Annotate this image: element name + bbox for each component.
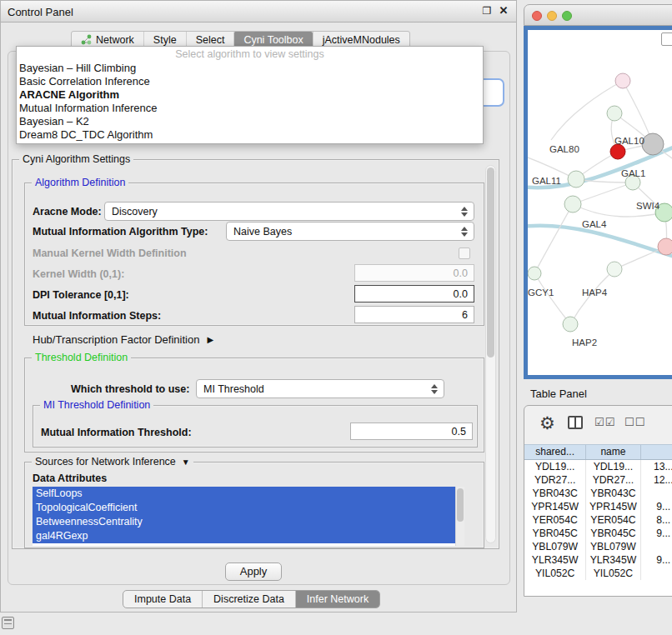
settings-group-title: Cyni Algorithm Settings xyxy=(19,153,133,165)
node-label: GAL10 xyxy=(614,136,644,146)
attribute-item[interactable]: gal4RGexp xyxy=(33,529,464,543)
column-header-name[interactable]: name xyxy=(586,445,640,459)
cell: 9... xyxy=(641,500,672,513)
table-row[interactable]: YBR045C YBR045C 9... xyxy=(524,527,672,540)
algorithm-dropdown-popup: Select algorithm to view settings Bayesi… xyxy=(16,46,484,144)
control-panel-titlebar[interactable]: Control Panel ❐ ✕ xyxy=(1,1,516,22)
dropdown-item[interactable]: Bayesian – K2 xyxy=(17,115,483,128)
node-gcy1[interactable] xyxy=(528,267,541,280)
cell: YDL19... xyxy=(524,460,586,473)
network-canvas[interactable]: GAL80 GAL10 GAL11 GAL1 SWI4 GAL4 GCY1 HA… xyxy=(524,26,672,379)
gear-icon[interactable]: ⚙ xyxy=(539,413,555,433)
aracne-mode-select[interactable]: Discovery xyxy=(104,202,474,221)
settings-scrollbar-thumb[interactable] xyxy=(487,168,494,358)
table-row[interactable]: YIL052C YIL052C xyxy=(524,567,672,580)
cell: 13... xyxy=(641,460,672,473)
select-all-checkboxes-icon[interactable]: ☑☑ xyxy=(594,416,615,428)
combo-arrows-icon xyxy=(431,384,438,394)
collapse-arrow-icon[interactable]: ▶ xyxy=(207,335,213,344)
cell: YBR045C xyxy=(524,527,586,540)
mi-type-select[interactable]: Naive Bayes xyxy=(226,222,474,241)
node-gal4[interactable] xyxy=(564,196,581,212)
table-row[interactable]: YBR043C YBR043C xyxy=(524,487,672,500)
close-icon[interactable]: ✕ xyxy=(497,4,510,18)
cell: YLR345W xyxy=(524,553,586,567)
dropdown-item-selected[interactable]: ARACNE Algorithm xyxy=(17,88,483,102)
attribute-item[interactable]: TopologicalCoefficient xyxy=(33,501,464,515)
dpi-tolerance-value: 0.0 xyxy=(454,288,468,300)
dropdown-item[interactable]: Basic Correlation Inference xyxy=(17,75,483,88)
hub-definition-section[interactable]: Hub/Transcription Factor Definition ▶ xyxy=(33,333,213,346)
cell: YLR345W xyxy=(586,553,640,567)
table-row[interactable]: YDL19... YDL19... 13... xyxy=(524,460,672,473)
expand-arrow-icon[interactable]: ▼ xyxy=(182,458,190,467)
sources-group-title[interactable]: Sources for Network Inference ▼ xyxy=(32,456,193,468)
cell: YDL19... xyxy=(586,460,640,473)
tab-discretize-data[interactable]: Discretize Data xyxy=(202,591,295,608)
mi-threshold-label: Mutual Information Threshold: xyxy=(41,427,192,438)
deselect-checkboxes-icon[interactable]: ☐☐ xyxy=(624,416,645,428)
network-view-window: GAL80 GAL10 GAL11 GAL1 SWI4 GAL4 GCY1 HA… xyxy=(524,4,672,379)
tab-infer-network[interactable]: Infer Network xyxy=(295,591,379,608)
kernel-width-input[interactable]: 0.0 xyxy=(354,264,474,282)
kernel-width-value: 0.0 xyxy=(454,268,468,279)
cell: YER054C xyxy=(586,513,640,527)
which-threshold-select[interactable]: MI Threshold xyxy=(196,379,444,398)
node-hap2[interactable] xyxy=(563,317,578,332)
zoom-traffic-light[interactable] xyxy=(562,11,572,21)
attribute-list-scrollbar[interactable] xyxy=(455,487,464,546)
cell: YBL079W xyxy=(586,540,640,553)
columns-icon[interactable] xyxy=(568,416,583,429)
mi-steps-input[interactable]: 6 xyxy=(354,306,474,323)
close-traffic-light[interactable] xyxy=(532,11,542,21)
manual-kernel-checkbox[interactable] xyxy=(459,248,470,259)
node-red[interactable] xyxy=(610,144,625,159)
table-row[interactable]: YER054C YER054C 8... xyxy=(524,513,672,527)
attribute-item[interactable]: SelfLoops xyxy=(33,487,464,501)
mi-threshold-group-title: MI Threshold Definition xyxy=(40,399,153,411)
dpi-tolerance-input[interactable]: 0.0 xyxy=(354,285,474,302)
column-header-clipped[interactable] xyxy=(641,445,672,459)
which-threshold-label: Which threshold to use: xyxy=(71,383,189,395)
mi-threshold-input[interactable]: 0.5 xyxy=(350,422,473,440)
settings-scrollbar[interactable] xyxy=(485,165,496,543)
control-panel-title: Control Panel xyxy=(8,6,73,18)
cell: YDR27... xyxy=(524,473,586,487)
attribute-item[interactable]: BetweennessCentrality xyxy=(33,515,464,529)
node-pale[interactable] xyxy=(607,262,622,277)
collapsed-panel-icon[interactable] xyxy=(2,617,14,629)
dropdown-item[interactable]: Mutual Information Inference xyxy=(17,102,483,115)
node-gal11[interactable] xyxy=(568,171,584,188)
table-body: YDL19... YDL19... 13... YDR27... YDR27..… xyxy=(524,460,672,596)
node-pink-right[interactable] xyxy=(658,238,672,255)
table-row[interactable]: YLR345W YLR345W 9... xyxy=(524,553,672,567)
cell: YIL052C xyxy=(524,567,586,580)
restore-icon[interactable]: ❐ xyxy=(480,4,494,18)
dropdown-item[interactable]: Bayesian – Hill Climbing xyxy=(17,62,483,75)
table-panel-title: Table Panel xyxy=(530,388,587,400)
tab-impute-data[interactable]: Impute Data xyxy=(123,591,202,608)
table-row[interactable]: YPR145W YPR145W 9... xyxy=(524,500,672,513)
dropdown-placeholder[interactable]: Select algorithm to view settings xyxy=(17,48,483,62)
network-window-titlebar[interactable] xyxy=(524,4,672,26)
minimize-traffic-light[interactable] xyxy=(547,11,557,21)
bottom-tabs: Impute Data Discretize Data Infer Networ… xyxy=(123,590,380,608)
dropdown-item[interactable]: Dream8 DC_TDC Algorithm xyxy=(17,128,483,142)
apply-button[interactable]: Apply xyxy=(225,562,282,581)
table-row[interactable]: YDR27... YDR27... 12... xyxy=(524,473,672,487)
node-label: HAP2 xyxy=(572,338,597,348)
node-gray-large[interactable] xyxy=(642,133,664,155)
node-green[interactable] xyxy=(607,106,622,121)
table-row[interactable]: YBL079W YBL079W xyxy=(524,540,672,553)
cell: 12... xyxy=(641,473,672,487)
control-panel-window: Control Panel ❐ ✕ Network Style Select xyxy=(0,0,517,612)
column-header-shared-name[interactable]: shared... xyxy=(524,445,586,459)
hub-definition-label: Hub/Transcription Factor Definition xyxy=(33,333,199,346)
cell: 9... xyxy=(641,553,672,567)
tab-jactivemnodules-label: jActiveMNodules xyxy=(323,34,400,46)
tab-cyni-toolbox-label: Cyni Toolbox xyxy=(243,34,303,46)
attribute-list-scrollbar-thumb[interactable] xyxy=(457,488,464,522)
cell xyxy=(641,567,672,580)
birdseye-view-box[interactable] xyxy=(661,32,672,46)
node-pink[interactable] xyxy=(615,73,630,88)
